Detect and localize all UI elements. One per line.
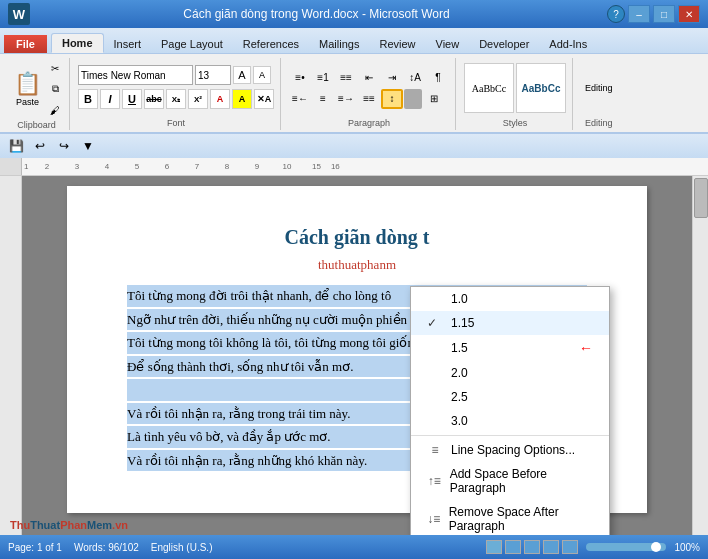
font-grow-button[interactable]: A — [233, 66, 251, 84]
tab-mailings[interactable]: Mailings — [309, 35, 369, 53]
tab-view[interactable]: View — [426, 35, 470, 53]
numbering-button[interactable]: ≡1 — [312, 68, 334, 88]
document-line-2: Ngỡ như trên đời, thiếu những nụ cười mu… — [127, 309, 587, 331]
scroll-left-margin — [0, 176, 22, 535]
document-line-3: Tôi từng mong tôi không là tôi, tôi từng… — [127, 332, 587, 354]
superscript-button[interactable]: X² — [188, 89, 208, 109]
document-line-7: Là tình yêu vô bờ, và đầy ắp ước mơ. — [127, 426, 587, 448]
zoom-thumb[interactable] — [651, 542, 661, 552]
quick-access-toolbar: 💾 ↩ ↪ ▼ — [0, 134, 708, 158]
document-line-5 — [127, 379, 587, 401]
font-name-input[interactable] — [78, 65, 193, 85]
document-line-4: Để sống thành thơi, sống như tôi vẫn mơ. — [127, 356, 587, 378]
ribbon: 📋 Paste ✂ ⧉ 🖌 Clipboard A A B I U — [0, 54, 708, 134]
document-canvas[interactable]: Cách giãn dòng t thuthuatphanm Tôi từng … — [22, 176, 692, 535]
tab-developer[interactable]: Developer — [469, 35, 539, 53]
ribbon-group-paragraph: ≡• ≡1 ≡≡ ⇤ ⇥ ↕A ¶ ≡← ≡ ≡→ ≡≡ ↕ ⊞ Paragra… — [283, 58, 456, 130]
status-bar: Page: 1 of 1 Words: 96/102 English (U.S.… — [0, 535, 708, 559]
tab-review[interactable]: Review — [369, 35, 425, 53]
web-layout-button[interactable] — [524, 540, 540, 554]
words-status: Words: 96/102 — [74, 542, 139, 553]
ribbon-tabs: File Home Insert Page Layout References … — [0, 28, 708, 54]
styles-label: Styles — [503, 118, 528, 130]
help-button[interactable]: ? — [607, 5, 625, 23]
editing-label: Editing — [585, 118, 613, 130]
cut-button[interactable]: ✂ — [47, 58, 63, 78]
editing-options-button[interactable]: Editing — [581, 80, 617, 96]
word-logo-icon: W — [8, 3, 30, 25]
clear-format-button[interactable]: ✕A — [254, 89, 274, 109]
decrease-indent-button[interactable]: ⇤ — [358, 68, 380, 88]
sort-button[interactable]: ↕A — [404, 68, 426, 88]
justify-button[interactable]: ≡≡ — [358, 89, 380, 109]
title-bar-left: W — [8, 3, 30, 25]
view-buttons — [486, 540, 578, 554]
align-left-button[interactable]: ≡← — [289, 89, 311, 109]
shading-button[interactable] — [404, 89, 422, 109]
styles-content: AaBbCc AaBbCc — [464, 58, 566, 118]
redo-qa-button[interactable]: ↪ — [54, 136, 74, 156]
text-color-button[interactable]: A — [210, 89, 230, 109]
font-row-1: A A — [78, 65, 274, 85]
borders-button[interactable]: ⊞ — [423, 89, 445, 109]
title-bar: W Cách giãn dòng trong Word.docx - Micro… — [0, 0, 708, 28]
copy-button[interactable]: ⧉ — [47, 79, 63, 99]
paragraph-label: Paragraph — [348, 118, 390, 130]
italic-button[interactable]: I — [100, 89, 120, 109]
ruler: 1 2 3 4 5 6 7 8 9 10 15 16 — [0, 158, 708, 176]
increase-indent-button[interactable]: ⇥ — [381, 68, 403, 88]
heading1-style-button[interactable]: AaBbCc — [516, 63, 566, 113]
ruler-numbers: 1 2 3 4 5 6 7 8 9 10 15 16 — [22, 162, 708, 171]
minimize-button[interactable]: – — [628, 5, 650, 23]
font-shrink-button[interactable]: A — [253, 66, 271, 84]
ribbon-group-clipboard: 📋 Paste ✂ ⧉ 🖌 Clipboard — [4, 58, 70, 130]
tab-addins[interactable]: Add-Ins — [539, 35, 597, 53]
clipboard-label: Clipboard — [17, 120, 56, 132]
clipboard-content: 📋 Paste ✂ ⧉ 🖌 — [10, 58, 63, 120]
tab-references[interactable]: References — [233, 35, 309, 53]
bullets-button[interactable]: ≡• — [289, 68, 311, 88]
language-status: English (U.S.) — [151, 542, 213, 553]
tab-insert[interactable]: Insert — [104, 35, 152, 53]
draft-button[interactable] — [562, 540, 578, 554]
vertical-scrollbar[interactable] — [692, 176, 708, 535]
document-page: Cách giãn dòng t thuthuatphanm Tôi từng … — [67, 186, 647, 513]
document-title: Cách giãn dòng t — [127, 226, 587, 249]
paste-button[interactable]: 📋 Paste — [10, 68, 45, 110]
ribbon-group-font: A A B I U abc X₂ X² A A ✕A Font — [72, 58, 281, 130]
subscript-button[interactable]: X₂ — [166, 89, 186, 109]
ruler-left-margin — [0, 158, 22, 175]
tab-home[interactable]: Home — [51, 33, 104, 53]
scroll-thumb[interactable] — [694, 178, 708, 218]
format-painter-button[interactable]: 🖌 — [47, 100, 63, 120]
normal-style-button[interactable]: AaBbCc — [464, 63, 514, 113]
tab-page-layout[interactable]: Page Layout — [151, 35, 233, 53]
tab-file[interactable]: File — [4, 35, 47, 53]
save-qa-button[interactable]: 💾 — [6, 136, 26, 156]
highlight-button[interactable]: A — [232, 89, 252, 109]
align-center-button[interactable]: ≡ — [312, 89, 334, 109]
full-reading-button[interactable] — [505, 540, 521, 554]
bold-button[interactable]: B — [78, 89, 98, 109]
undo-qa-button[interactable]: ↩ — [30, 136, 50, 156]
font-size-input[interactable] — [195, 65, 231, 85]
show-marks-button[interactable]: ¶ — [427, 68, 449, 88]
align-right-button[interactable]: ≡→ — [335, 89, 357, 109]
document-area: Cách giãn dòng t thuthuatphanm Tôi từng … — [0, 176, 708, 535]
status-right: 100% — [486, 540, 700, 554]
close-button[interactable]: ✕ — [678, 5, 700, 23]
ribbon-group-styles: AaBbCc AaBbCc Styles — [458, 58, 573, 130]
qa-dropdown-button[interactable]: ▼ — [78, 136, 98, 156]
line-spacing-button[interactable]: ↕ — [381, 89, 403, 109]
remove-space-after-icon: ↓≡ — [427, 512, 441, 526]
strikethrough-button[interactable]: abc — [144, 89, 164, 109]
status-left: Page: 1 of 1 Words: 96/102 English (U.S.… — [8, 542, 212, 553]
document-line-6: Và rồi tôi nhận ra, rằng trong trái tim … — [127, 403, 587, 425]
underline-button[interactable]: U — [122, 89, 142, 109]
outline-button[interactable] — [543, 540, 559, 554]
document-line-1: Tôi từng mong đời trôi thật nhanh, để ch… — [127, 285, 587, 307]
zoom-slider[interactable] — [586, 543, 666, 551]
print-layout-button[interactable] — [486, 540, 502, 554]
maximize-button[interactable]: □ — [653, 5, 675, 23]
multilevel-button[interactable]: ≡≡ — [335, 68, 357, 88]
